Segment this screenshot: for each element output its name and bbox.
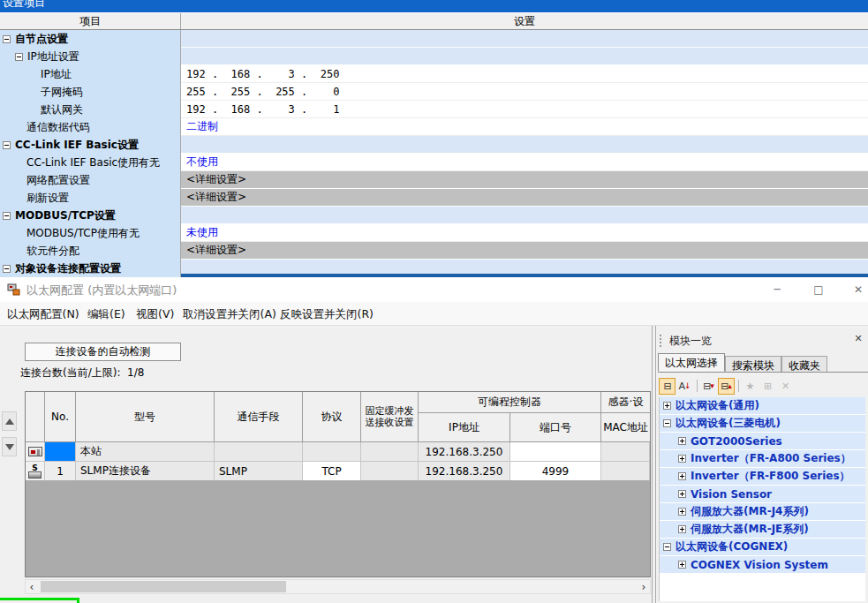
minimize-button[interactable]: ─ [758,277,796,302]
cell-port[interactable]: 4999 [510,462,601,481]
ip-address-value[interactable]: 192 . 168 . 3 . 250 [181,65,868,83]
scroll-left-icon[interactable]: ‹ [26,580,38,593]
menu-edit[interactable]: 编辑(E) [87,307,125,322]
network-config-detail[interactable]: <详细设置> [181,171,868,189]
cell-model[interactable]: 本站 [76,442,215,462]
expand-icon[interactable] [678,472,686,480]
cell-no[interactable]: 1 [45,462,76,481]
device-table: No. 型号 通信手段 协议 固定缓冲发送接收设置 可编程控制器 IP地址 端口… [25,391,651,482]
scrollbar-thumb[interactable] [41,581,286,592]
move-up-button[interactable] [2,411,17,431]
settings-row: IP地址 192 . 168 . 3 . 250 [0,65,868,83]
scroll-right-icon[interactable]: › [638,580,650,593]
setting-value [181,30,868,48]
cclink-use-value[interactable]: 不使用 [181,154,868,171]
collapse-icon[interactable] [15,53,23,61]
collapse-all-icon[interactable]: ⊟▾ [700,378,717,395]
menu-ethernet-config[interactable]: 以太网配置(N) [7,307,79,322]
connection-count: 连接台数(当前/上限): 1/8 [20,366,144,381]
settings-rows: 自节点设置 IP地址设置 IP地址 192 . 168 . 3 . 250 子网… [0,30,868,277]
expand-icon[interactable] [663,402,671,410]
cell-buffer[interactable] [361,462,419,481]
cell-protocol[interactable]: TCP [303,462,361,481]
settings-row: 网络配置设置 <详细设置> [0,171,868,189]
sort-az-icon[interactable]: A↓ [676,378,693,395]
collapse-icon[interactable] [663,543,671,551]
table-row-host[interactable]: 本站 192.168.3.250 [26,442,650,462]
column-header-item: 项目 [0,13,181,29]
toolbar-separator [697,380,698,392]
cell-no-selected[interactable] [45,442,76,462]
expand-icon[interactable] [678,490,686,498]
menu-cancel-close[interactable]: 取消设置并关闭(A) [183,307,276,322]
collapse-icon[interactable] [3,265,11,273]
cell-port[interactable] [510,442,601,462]
expand-icon[interactable] [678,455,686,463]
cell-model[interactable]: SLMP连接设备 [76,462,215,481]
maximize-button[interactable]: □ [799,277,838,302]
tree-item-got2000[interactable]: GOT2000Series [660,433,865,449]
down-arrow-icon [5,444,14,450]
plc-module-icon [28,447,42,456]
cell-buffer[interactable] [361,442,419,462]
expand-icon[interactable] [678,508,686,516]
delete-icon[interactable]: ✕ [777,378,794,395]
horizontal-scrollbar[interactable]: ‹ › [25,579,651,594]
collapse-icon[interactable] [3,141,11,149]
tree-item-ethernet-general[interactable]: 以太网设备(通用) [660,397,865,414]
tree-item-servo-mrj4[interactable]: 伺服放大器(MR-J4系列) [660,503,865,520]
auto-detect-button[interactable]: 连接设备的自动检测 [25,343,181,361]
module-panel-titlebar: 模块一览 ✕ [657,333,868,349]
expand-icon[interactable] [678,525,686,533]
expand-all-icon[interactable]: ⊟▴ [718,378,735,395]
screen: 设置项目 项目 设置 自节点设置 IP地址设置 IP地址 192 . 168 .… [0,0,868,603]
cell-comm[interactable]: SLMP [215,462,303,481]
tab-search-module[interactable]: 搜索模块 [725,356,781,372]
cell-protocol[interactable] [303,442,361,462]
collapse-icon[interactable] [3,212,11,220]
expand-icon[interactable] [678,437,686,445]
table-row-slmp[interactable]: S 1 SLMP连接设备 SLMP TCP 192.168.3.250 4999 [26,462,650,481]
header-port: 端口号 [510,413,601,442]
panel-close-icon[interactable]: ✕ [852,333,864,344]
panel-splitter[interactable] [652,326,656,603]
drag-handle-icon[interactable] [660,335,662,347]
setting-value [181,260,868,277]
add-favorite-icon[interactable]: ⊞ [759,378,776,395]
group-by-category-icon[interactable]: ⊟ [659,378,676,395]
expand-icon[interactable] [678,561,686,569]
subnet-mask-value[interactable]: 255 . 255 . 255 . 0 [181,83,868,101]
cell-ip[interactable]: 192.168.3.250 [419,442,510,462]
close-button[interactable]: ✕ [839,277,868,302]
cell-comm[interactable] [215,442,303,462]
default-gateway-value[interactable]: 192 . 168 . 3 . 1 [181,101,868,118]
menu-apply-close[interactable]: 反映设置并关闭(R) [280,307,374,322]
header-no: No. [45,392,76,442]
tree-item-inverter-frf800[interactable]: Inverter（FR-F800 Series） [660,468,865,485]
tree-item-ethernet-cognex[interactable]: 以太网设备(COGNEX) [660,539,865,555]
modbus-use-value[interactable]: 未使用 [181,224,868,242]
collapse-icon[interactable] [3,35,11,43]
cell-mac[interactable] [601,462,650,481]
favorite-icon[interactable]: ★ [742,378,759,395]
move-down-button[interactable] [2,437,17,456]
tab-ethernet-selection[interactable]: 以太网选择 [658,353,725,372]
tree-item-cognex-vision[interactable]: COGNEX Vision System [660,556,865,573]
cell-ip[interactable]: 192.168.3.250 [419,462,510,481]
comm-data-code-value[interactable]: 二进制 [181,118,868,136]
tree-item-inverter-fra800[interactable]: Inverter（FR-A800 Series） [660,450,865,467]
device-assignment-detail[interactable]: <详细设置> [181,242,868,260]
tab-favorites[interactable]: 收藏夹 [781,356,827,372]
tree-item-servo-mrje[interactable]: 伺服放大器(MR-JE系列) [660,521,865,538]
collapse-icon[interactable] [663,419,671,427]
cell-mac[interactable] [601,442,650,462]
tree-item-vision-sensor[interactable]: Vision Sensor [660,486,865,502]
module-panel-title: 模块一览 [669,334,712,349]
module-list-panel: 模块一览 ✕ 以太网选择 搜索模块 收藏夹 ⊟ A↓ ⊟▾ ⊟▴ ★ ⊞ ✕ 以… [657,326,868,603]
header-model: 型号 [76,392,215,442]
window-title: 以太网配置 (内置以太网端口) [26,283,177,298]
tree-item-ethernet-mitsubishi[interactable]: 以太网设备(三菱电机) [660,415,865,432]
menu-view[interactable]: 视图(V) [136,307,174,322]
header-comm: 通信手段 [215,392,303,442]
refresh-setting-detail[interactable]: <详细设置> [181,189,868,207]
